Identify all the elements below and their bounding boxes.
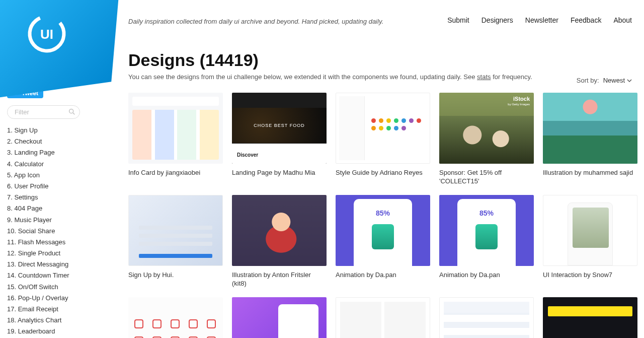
design-card[interactable]: iStock by Getty Images Sponsor: Get 15% … bbox=[439, 93, 534, 186]
design-thumb bbox=[439, 297, 534, 338]
design-card[interactable]: Sign Up by Hui. bbox=[128, 195, 223, 288]
design-thumb bbox=[128, 297, 223, 338]
design-thumb bbox=[543, 297, 637, 338]
thumb-subtitle: Discover bbox=[237, 152, 258, 158]
design-caption: Animation by Da.pan bbox=[336, 271, 430, 280]
sort-select[interactable]: Newest bbox=[603, 77, 632, 84]
sidebar-item[interactable]: 13. Direct Messaging bbox=[7, 260, 95, 269]
nav-about[interactable]: About bbox=[613, 16, 632, 24]
design-card[interactable] bbox=[439, 297, 534, 338]
sort-value: Newest bbox=[603, 77, 625, 84]
design-card[interactable] bbox=[232, 297, 327, 338]
search-icon bbox=[68, 108, 76, 117]
sidebar-item[interactable]: 1. Sign Up bbox=[7, 126, 95, 135]
sidebar-item[interactable]: 14. Countdown Timer bbox=[7, 271, 95, 280]
design-thumb bbox=[336, 93, 430, 164]
page-sub-post: for frequency. bbox=[491, 73, 532, 81]
design-thumb: 85% bbox=[336, 195, 430, 266]
main-content: Designs (14419) You can see the designs … bbox=[128, 50, 632, 338]
design-card[interactable]: Info Card by jiangxiaobei bbox=[128, 93, 223, 186]
tagline: Daily inspiration collected from daily u… bbox=[128, 18, 383, 25]
design-card[interactable] bbox=[543, 297, 637, 338]
design-thumb bbox=[336, 297, 430, 338]
top-nav: Submit Designers Newsletter Feedback Abo… bbox=[447, 16, 632, 24]
nav-designers[interactable]: Designers bbox=[481, 16, 513, 24]
design-caption: Landing Page by Madhu Mia bbox=[232, 169, 327, 177]
sidebar-item[interactable]: 4. Calculator bbox=[7, 160, 95, 169]
design-caption: Style Guide by Adriano Reyes bbox=[336, 169, 430, 177]
design-card[interactable]: Style Guide by Adriano Reyes bbox=[336, 93, 430, 186]
filter-wrap bbox=[7, 105, 95, 119]
design-card[interactable]: CHOSE BEST FOOD Discover Landing Page by… bbox=[232, 93, 327, 186]
design-caption: Info Card by jiangxiaobei bbox=[128, 169, 223, 177]
design-caption: Illustration by muhammed sajid bbox=[543, 169, 637, 177]
thumb-percent: 85% bbox=[376, 209, 390, 217]
design-thumb bbox=[128, 93, 223, 164]
design-card[interactable]: Illustration by muhammed sajid bbox=[543, 93, 637, 186]
sidebar-item[interactable]: 19. Leaderboard bbox=[7, 327, 95, 336]
site-logo[interactable]: UI bbox=[24, 11, 69, 56]
sidebar: Tweet 1. Sign Up 2. Checkout 3. Landing … bbox=[7, 88, 95, 338]
design-thumb bbox=[128, 195, 223, 266]
sidebar-item[interactable]: 7. Settings bbox=[7, 193, 95, 202]
design-caption: UI Interaction by Snow7 bbox=[543, 271, 637, 280]
design-thumb: 85% bbox=[439, 195, 534, 266]
svg-point-2 bbox=[69, 109, 73, 113]
design-card[interactable]: 85% Animation by Da.pan bbox=[439, 195, 534, 288]
sidebar-item[interactable]: 5. App Icon bbox=[7, 171, 95, 180]
page-subtitle: You can see the designs from the ui chal… bbox=[128, 73, 632, 81]
sidebar-item[interactable]: 10. Social Share bbox=[7, 227, 95, 236]
sidebar-item[interactable]: 17. Email Receipt bbox=[7, 305, 95, 314]
page-title: Designs (14419) bbox=[128, 50, 632, 70]
sidebar-item[interactable]: 3. Landing Page bbox=[7, 148, 95, 157]
design-thumb bbox=[543, 93, 637, 164]
challenge-list: 1. Sign Up 2. Checkout 3. Landing Page 4… bbox=[7, 126, 95, 338]
design-thumb bbox=[232, 195, 327, 266]
design-card[interactable] bbox=[336, 297, 430, 338]
design-caption: Sign Up by Hui. bbox=[128, 271, 223, 280]
design-card[interactable]: UI Interaction by Snow7 bbox=[543, 195, 637, 288]
design-card[interactable]: Illustration by Anton Fritsler (kit8) bbox=[232, 195, 327, 288]
page-sub-pre: You can see the designs from the ui chal… bbox=[128, 73, 477, 81]
nav-submit[interactable]: Submit bbox=[447, 16, 469, 24]
chevron-down-icon bbox=[627, 78, 632, 83]
sort-label: Sort by: bbox=[577, 77, 599, 84]
design-thumb bbox=[543, 195, 637, 266]
design-grid: Info Card by jiangxiaobei CHOSE BEST FOO… bbox=[128, 93, 632, 338]
design-thumb: iStock by Getty Images bbox=[439, 93, 534, 164]
sidebar-item[interactable]: 6. User Profile bbox=[7, 182, 95, 191]
istock-brand: iStock bbox=[513, 96, 530, 102]
design-thumb: CHOSE BEST FOOD Discover bbox=[232, 93, 327, 164]
thumb-percent: 85% bbox=[479, 209, 494, 217]
istock-sub: by Getty Images bbox=[508, 103, 530, 106]
svg-line-3 bbox=[73, 113, 74, 114]
sidebar-item[interactable]: 18. Analytics Chart bbox=[7, 316, 95, 325]
stats-link[interactable]: stats bbox=[477, 73, 491, 81]
sort-by: Sort by: Newest bbox=[577, 77, 632, 84]
sidebar-item[interactable]: 12. Single Product bbox=[7, 249, 95, 258]
design-caption: Illustration by Anton Fritsler (kit8) bbox=[232, 271, 327, 288]
thumb-title: CHOSE BEST FOOD bbox=[232, 108, 327, 143]
design-thumb bbox=[232, 297, 327, 338]
design-card[interactable] bbox=[128, 297, 223, 338]
svg-text:UI: UI bbox=[40, 27, 53, 42]
design-caption: Sponsor: Get 15% off 'COLLECT15' bbox=[439, 169, 534, 186]
sidebar-item[interactable]: 11. Flash Messages bbox=[7, 238, 95, 247]
sidebar-item[interactable]: 9. Music Player bbox=[7, 216, 95, 225]
design-card[interactable]: 85% Animation by Da.pan bbox=[336, 195, 430, 288]
sidebar-item[interactable]: 16. Pop-Up / Overlay bbox=[7, 294, 95, 303]
nav-newsletter[interactable]: Newsletter bbox=[525, 16, 558, 24]
sidebar-item[interactable]: 2. Checkout bbox=[7, 137, 95, 146]
sidebar-item[interactable]: 15. On/Off Switch bbox=[7, 283, 95, 292]
nav-feedback[interactable]: Feedback bbox=[571, 16, 601, 24]
sidebar-item[interactable]: 8. 404 Page bbox=[7, 204, 95, 213]
design-caption: Animation by Da.pan bbox=[439, 271, 534, 280]
